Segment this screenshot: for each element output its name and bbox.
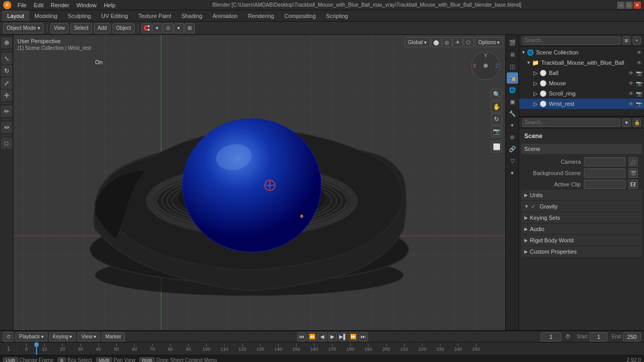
playback-dropdown[interactable]: Playback ▾ [15,332,47,341]
viewport-3d[interactable]: User Perspective (1) Scene Collection | … [13,35,505,330]
prop-icon-world[interactable]: 🌐 [507,84,518,96]
pan-tool[interactable]: ✋ [491,101,502,112]
prop-icon-material[interactable]: ● [507,167,518,178]
section-units-header[interactable]: ▶ Units [521,190,642,200]
tree-item-trackball[interactable]: ▼ 📁 Trackball_Mouse_with_Blue_Ball 👁 [519,58,644,68]
tree-eye-wrist-rest[interactable]: 👁 [629,101,634,107]
tool-measure[interactable]: ⇔ [1,122,12,133]
background-icon-btn[interactable]: 🎬 [629,168,638,178]
tab-texture-paint[interactable]: Texture Paint [133,11,176,21]
props-lock-btn[interactable]: 🔒 [633,119,641,127]
tree-item-ball[interactable]: ▷ ⚪ Ball 👁 📷 [519,68,644,78]
menu-window[interactable]: Window [73,2,100,9]
prop-icon-constraints[interactable]: 🔗 [507,143,518,155]
marker-dropdown[interactable]: Marker [102,332,125,341]
menu-help[interactable]: Help [101,2,119,9]
props-search-input[interactable] [522,119,620,127]
tree-item-mouse[interactable]: ▷ ⚪ Mouse 👁 📷 [519,78,644,88]
jump-start-btn[interactable]: ⏮ [297,332,306,341]
global-dropdown[interactable]: Global ▾ [404,37,430,47]
maximize-button[interactable]: □ [625,2,633,9]
tab-animation[interactable]: Animation [208,11,243,21]
section-custom-props-header[interactable]: ▶ Custom Properties [521,246,642,257]
viewport-gizmo[interactable]: X Y Z [471,51,502,82]
camera-value[interactable] [584,157,625,166]
menu-file[interactable]: File [14,2,30,9]
tab-modeling[interactable]: Modeling [29,11,63,21]
tool-cursor[interactable]: ⊕ [1,37,12,48]
tree-eye-scroll-ring[interactable]: 👁 [629,91,634,97]
mode-dropdown[interactable]: Object Mode ▾ [3,23,44,33]
section-audio-header[interactable]: ▶ Audio [521,224,642,234]
menu-render[interactable]: Render [48,2,72,9]
timeline-type-icon[interactable]: ⏱ [3,332,13,342]
tree-eye-scene[interactable]: 👁 [637,50,642,55]
tree-eye-mouse[interactable]: 👁 [629,81,634,86]
viewport-mode-solid[interactable]: ⬤ [431,37,441,47]
next-keyframe-btn[interactable]: ⏩ [348,332,358,341]
tree-eye-trackball[interactable]: 👁 [637,60,642,66]
props-filter-btn[interactable]: ▼ [622,119,631,127]
minimize-button[interactable]: − [617,2,624,9]
snap-toggle[interactable]: 🧲 [141,23,152,33]
tool-rotate[interactable]: ↻ [1,65,12,77]
prev-frame-btn[interactable]: ◀ [318,332,327,341]
section-gravity-header[interactable]: ▼ ✓ Gravity [521,201,642,212]
tree-camera-scroll-ring[interactable]: 📷 [636,91,642,97]
tree-camera-ball[interactable]: 📷 [636,70,642,76]
mirror[interactable]: ⊞ [185,23,195,33]
object-menu[interactable]: Object [113,23,135,33]
snap-type[interactable]: ▾ [152,23,162,33]
tab-shading[interactable]: Shading [176,11,207,21]
timeline-ruler[interactable]: 0 10 20 30 4 [17,342,644,355]
orbit-tool[interactable]: ↻ [491,113,502,125]
menu-edit[interactable]: Edit [31,2,47,9]
tool-scale[interactable]: ⤢ [1,78,12,89]
tree-item-wrist-rest[interactable]: ▷ ⚪ Wrist_rest 👁 📷 [519,99,644,109]
tab-rendering[interactable]: Rendering [243,11,279,21]
active-clip-icon-btn[interactable]: 🎞 [629,180,638,189]
tree-camera-wrist-rest[interactable]: 📷 [636,101,642,107]
proportional-dropdown[interactable]: ▾ [174,23,184,33]
next-frame-btn[interactable]: ▶▌ [338,332,347,341]
prop-icon-output[interactable]: 🖥 [507,49,518,60]
outliner-new[interactable]: + [633,36,641,45]
add-menu[interactable]: Add [94,23,111,33]
camera-tool[interactable]: 📷 [491,126,502,137]
outliner-search-input[interactable] [522,36,620,45]
tool-transform[interactable]: ✛ [1,90,12,101]
end-frame-box[interactable]: 250 [623,332,641,341]
tool-add-cube[interactable]: □ [1,138,12,149]
prop-icon-view-layer[interactable]: ◫ [507,61,518,72]
options-dropdown[interactable]: Options ▾ [475,37,503,47]
tree-item-scroll-ring[interactable]: ▷ ⚪ Scroll_ring 👁 📷 [519,88,644,99]
jump-end-btn[interactable]: ⏭ [359,332,368,341]
tab-scripting[interactable]: Scripting [321,11,353,21]
zoom-tool[interactable]: 🔍 [491,89,502,100]
close-button[interactable]: ✕ [634,2,641,9]
tree-item-scene-collection[interactable]: ▼ 🌐 Scene Collection 👁 [519,47,644,58]
viewport-mode-rendered[interactable]: ☀ [453,37,463,47]
tab-compositing[interactable]: Compositing [279,11,321,21]
tab-sculpting[interactable]: Sculpting [63,11,96,21]
tab-uv-editing[interactable]: UV Editing [96,11,133,21]
prop-icon-data[interactable]: ▽ [507,155,518,166]
tree-eye-ball[interactable]: 👁 [629,70,634,76]
prop-icon-particles[interactable]: ✦ [507,120,518,131]
timeline-body[interactable]: 1 0 10 20 [0,342,644,355]
gizmo-circle[interactable]: X Y Z [471,51,500,80]
proportional-edit[interactable]: ⊙ [163,23,173,33]
viewport-mode-material[interactable]: ◎ [442,37,452,47]
view-dropdown[interactable]: View ▾ [78,332,100,341]
active-clip-value[interactable] [584,180,625,189]
play-btn[interactable]: ▶ [328,332,337,341]
prop-icon-physics[interactable]: ⊛ [507,131,518,143]
toggle-camera[interactable]: ⬜ [491,141,502,153]
gravity-checkbox[interactable]: ✓ [531,203,536,210]
tool-annotate[interactable]: ✏ [1,106,12,117]
prop-icon-render[interactable]: 🎬 [507,37,518,48]
section-keying-sets-header[interactable]: ▶ Keying Sets [521,213,642,223]
camera-icon-btn[interactable]: 🎥 [629,157,638,166]
section-rigid-body-header[interactable]: ▶ Rigid Body World [521,235,642,245]
outliner-filter[interactable]: ⊞ [622,36,631,45]
